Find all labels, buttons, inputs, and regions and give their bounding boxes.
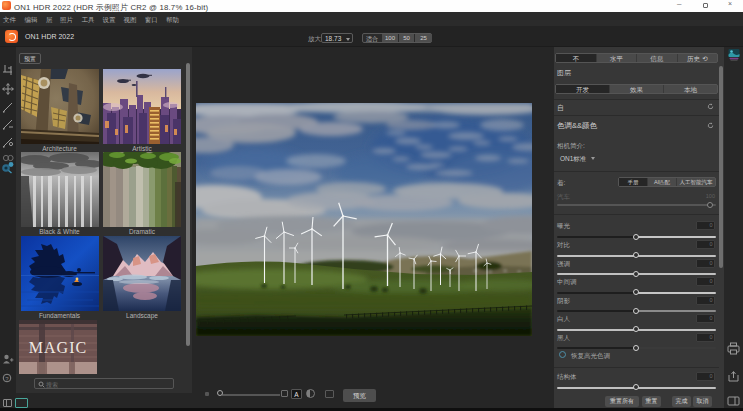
svg-text:?: ? [5, 376, 9, 382]
svg-text:MAGIC: MAGIC [28, 339, 86, 356]
